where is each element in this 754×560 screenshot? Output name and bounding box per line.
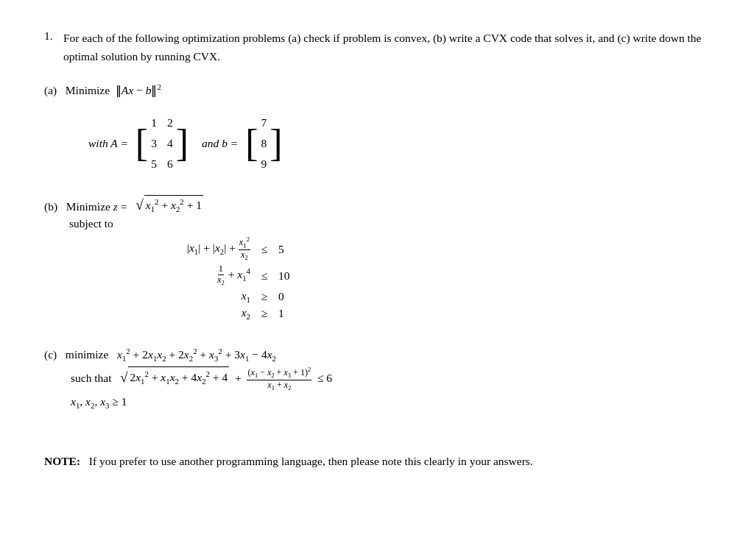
constraint-2-ineq: ≤	[256, 269, 272, 283]
vector-b-r3: 9	[261, 155, 267, 174]
constraint-4-expr: x2	[103, 306, 250, 321]
constraint-4-ineq: ≥	[256, 307, 272, 320]
constraint-4: x2 ≥ 1	[103, 306, 710, 321]
matrix-a-r2c1: 3	[151, 134, 157, 153]
matrix-a-r2c2: 4	[167, 134, 173, 153]
problem-number: 1.	[44, 29, 59, 43]
part-b-header: (b) Minimize z = √x12 + x22 + 1	[44, 195, 710, 216]
part-c-minimize: minimize	[66, 348, 109, 361]
constraint-3: x1 ≥ 0	[103, 289, 710, 304]
matrix-a-grid: 1 2 3 4 5 6	[151, 113, 173, 174]
constraint-4-val: 1	[278, 307, 284, 320]
vector-b-left-bracket: [	[245, 124, 258, 163]
matrix-a-r3c1: 5	[151, 155, 157, 174]
constraint-1-ineq: ≤	[256, 243, 272, 256]
part-c-such-that: such that	[71, 372, 112, 384]
matrix-a-right-bracket: ]	[176, 124, 188, 163]
part-c-label: (c)	[44, 348, 57, 361]
constraint-2-val: 10	[278, 269, 290, 283]
note-section: NOTE: If you prefer to use another progr…	[44, 453, 710, 471]
part-c-line3: x1, x2, x3 ≥ 1	[71, 392, 710, 413]
vector-b-right-bracket: ]	[269, 124, 282, 163]
matrix-a-r1c2: 2	[167, 113, 173, 132]
part-b-label: (b)	[44, 199, 57, 212]
part-a: (a) Minimize ‖Ax − b‖2 with A = [ 1 2 3 …	[44, 81, 710, 174]
with-a-label: with A =	[88, 137, 128, 150]
part-c-constraint: √2x12 + x1x2 + 4x22 + 4 + (x1 − x2 + x3 …	[120, 372, 332, 384]
note-text: If you prefer to use another programming…	[89, 455, 533, 467]
matrix-a: [ 1 2 3 4 5 6 ]	[135, 113, 188, 174]
note-label: NOTE:	[44, 455, 80, 467]
problem-container: 1. For each of the following optimizatio…	[44, 29, 710, 471]
constraint-3-expr: x1	[103, 289, 250, 304]
part-c-obj: x12 + 2x1x2 + 2x22 + x32 + 3x1 − 4x2	[117, 348, 276, 361]
part-b-minimize: Minimize z =	[66, 199, 127, 212]
matrix-a-left-bracket: [	[135, 124, 148, 163]
part-c: (c) minimize x12 + 2x1x2 + 2x22 + x32 + …	[44, 344, 710, 412]
part-a-header: (a) Minimize ‖Ax − b‖2	[44, 81, 710, 100]
part-b-subject-to: subject to	[69, 217, 710, 230]
constraint-2: 1 x2 + x14 ≤ 10	[103, 264, 710, 287]
constraint-2-expr: 1 x2 + x14	[103, 264, 250, 287]
constraint-1-val: 5	[278, 243, 284, 256]
part-b: (b) Minimize z = √x12 + x22 + 1 subject …	[44, 195, 710, 322]
part-c-line2: such that √2x12 + x1x2 + 4x22 + 4 + (x1 …	[71, 366, 710, 392]
vector-b-r2: 8	[261, 134, 267, 153]
constraint-1: |x1| + |x2| + x12 x2 ≤ 5	[103, 236, 710, 262]
part-b-objective: √x12 + x22 + 1	[135, 199, 203, 212]
vector-b-grid: 7 8 9	[261, 113, 267, 174]
and-b-label: and b =	[202, 137, 238, 150]
vector-b-r1: 7	[261, 113, 267, 132]
matrix-a-r3c2: 6	[167, 155, 173, 174]
part-c-line1: (c) minimize x12 + 2x1x2 + 2x22 + x32 + …	[44, 344, 710, 366]
part-a-label: (a)	[44, 84, 57, 96]
matrix-a-r1c1: 1	[151, 113, 157, 132]
part-a-minimize: Minimize	[66, 84, 110, 96]
vector-b: [ 7 8 9 ]	[245, 113, 282, 174]
constraint-1-expr: |x1| + |x2| + x12 x2	[103, 236, 250, 262]
problem-intro-text: For each of the following optimization p…	[63, 29, 710, 66]
constraint-3-val: 0	[278, 290, 284, 303]
problem-intro-row: 1. For each of the following optimizatio…	[44, 29, 710, 66]
constraints-block: |x1| + |x2| + x12 x2 ≤ 5 1 x2 + x14	[103, 236, 710, 321]
constraint-3-ineq: ≥	[256, 290, 272, 303]
matrix-row: with A = [ 1 2 3 4 5 6 ] and b = [	[88, 113, 710, 174]
